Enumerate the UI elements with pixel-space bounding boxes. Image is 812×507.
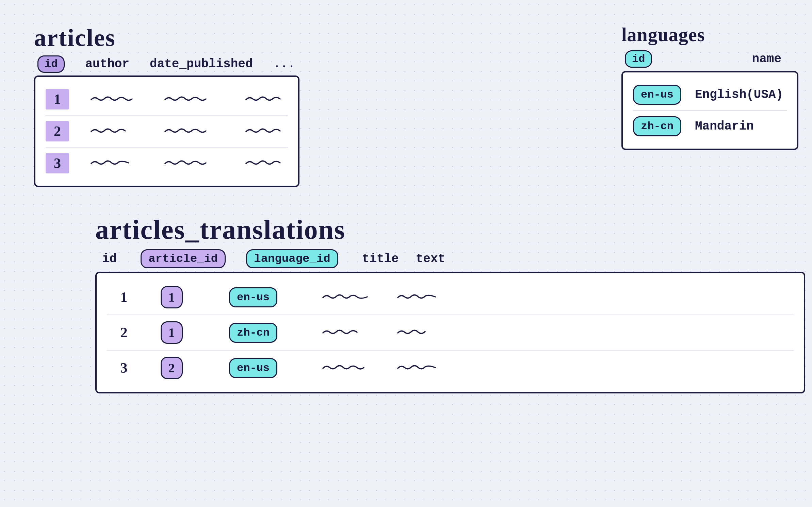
- trans-row-2: 2 1 zh-cn: [107, 315, 794, 351]
- translations-title: articles_translations: [95, 214, 805, 245]
- trans-row-1: 1 1 en-us: [107, 280, 794, 315]
- trans-row1-article-id: 1: [161, 286, 183, 308]
- articles-author-header: author: [85, 57, 129, 71]
- articles-date-header: date_published: [150, 57, 253, 71]
- trans-row3-lang-id: en-us: [229, 358, 277, 378]
- languages-section: languages id name en-us English(USA) zh-…: [621, 24, 805, 150]
- languages-title: languages: [621, 24, 805, 46]
- trans-row2-article-id: 1: [161, 321, 183, 344]
- trans-language-id-header: language_id: [246, 249, 338, 268]
- trans-row2-id: 2: [120, 325, 128, 340]
- lang-id-zh-cn: zh-cn: [633, 116, 681, 136]
- languages-name-header: name: [752, 52, 781, 66]
- trans-row3-article-id: 2: [161, 357, 183, 379]
- articles-row1-id: 1: [54, 91, 61, 107]
- languages-id-header: id: [625, 50, 652, 68]
- articles-row3-id: 3: [54, 155, 61, 171]
- trans-row1-lang-id: en-us: [229, 287, 277, 307]
- articles-title: articles: [34, 24, 299, 52]
- trans-row3-id: 3: [120, 360, 128, 376]
- translations-table: 1 1 en-us 2: [95, 272, 805, 393]
- articles-id-header: id: [37, 55, 65, 73]
- articles-row-2: 2: [46, 116, 288, 148]
- lang-id-en-us: en-us: [633, 85, 681, 105]
- trans-article-id-header: article_id: [141, 249, 226, 268]
- articles-ellipsis-header: ...: [273, 57, 295, 71]
- articles-row2-id: 2: [54, 123, 61, 139]
- articles-row-1: 1: [46, 84, 288, 116]
- languages-table: en-us English(USA) zh-cn Mandarin: [621, 71, 798, 150]
- languages-row-en-us: en-us English(USA): [633, 79, 787, 111]
- articles-row-3: 3: [46, 148, 288, 179]
- trans-row-3: 3 2 en-us: [107, 351, 794, 385]
- articles-table: 1 2: [34, 75, 299, 187]
- languages-row-zh-cn: zh-cn Mandarin: [633, 111, 787, 142]
- translations-section: articles_translations id article_id lang…: [95, 214, 805, 393]
- trans-text-header: text: [416, 252, 445, 266]
- trans-row2-lang-id: zh-cn: [229, 323, 277, 343]
- lang-name-english: English(USA): [695, 88, 783, 102]
- trans-id-header: id: [102, 252, 117, 266]
- trans-row1-id: 1: [120, 289, 128, 305]
- trans-title-header: title: [362, 252, 399, 266]
- lang-name-mandarin: Mandarin: [695, 119, 754, 133]
- page-container: articles id author date_published ... 1: [14, 14, 812, 507]
- articles-section: articles id author date_published ... 1: [34, 24, 299, 187]
